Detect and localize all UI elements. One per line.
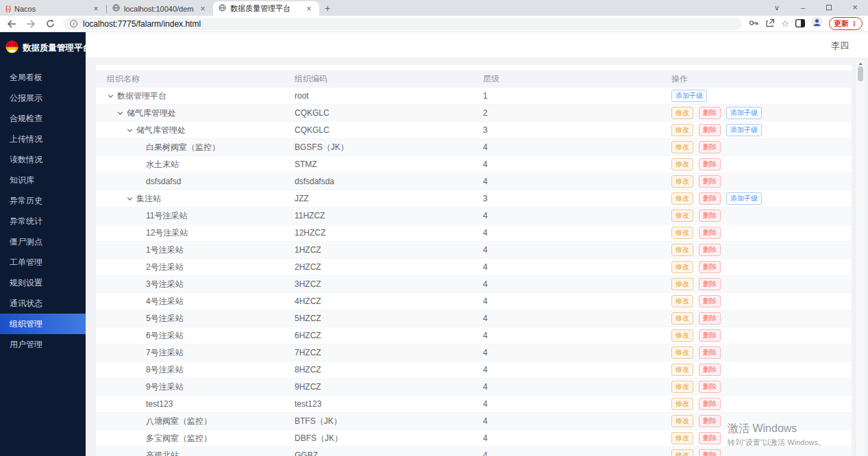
sidebar-item-4[interactable]: 上传情况 bbox=[0, 129, 86, 149]
delete-button[interactable]: 删除 bbox=[699, 329, 721, 342]
modify-button[interactable]: 修改 bbox=[671, 261, 693, 273]
modify-button[interactable]: 修改 bbox=[671, 432, 693, 444]
expand-chevron-down-icon[interactable] bbox=[126, 194, 134, 203]
modify-button[interactable]: 修改 bbox=[671, 192, 693, 205]
modify-button[interactable]: 修改 bbox=[671, 244, 693, 256]
row-actions-cell: 修改删除 bbox=[671, 261, 852, 273]
modify-button[interactable]: 修改 bbox=[671, 278, 693, 290]
sidebar-item-8[interactable]: 异常统计 bbox=[0, 211, 86, 231]
close-window-button[interactable]: × bbox=[842, 0, 868, 16]
modify-button[interactable]: 修改 bbox=[671, 107, 693, 119]
expand-chevron-down-icon[interactable] bbox=[116, 109, 125, 117]
browser-tab-1[interactable]: (-)Nacos× bbox=[0, 1, 106, 16]
sidebar-item-14[interactable]: 用户管理 bbox=[0, 334, 86, 355]
table-row: 储气库管理处CQKGLC3修改删除添加子级 bbox=[96, 122, 852, 139]
browser-menu-icon[interactable]: ⋮ bbox=[851, 20, 858, 27]
table-scrollbar[interactable] bbox=[855, 60, 865, 456]
side-panel-icon[interactable] bbox=[795, 18, 805, 30]
tab-close-icon[interactable]: × bbox=[91, 4, 101, 14]
delete-button[interactable]: 删除 bbox=[699, 312, 721, 325]
delete-button[interactable]: 删除 bbox=[699, 295, 721, 307]
delete-button[interactable]: 删除 bbox=[699, 364, 721, 376]
delete-button[interactable]: 删除 bbox=[699, 398, 721, 410]
sidebar-item-6[interactable]: 知识库 bbox=[0, 170, 86, 190]
delete-button[interactable]: 删除 bbox=[699, 346, 721, 359]
profile-avatar-icon[interactable] bbox=[811, 16, 823, 31]
table-row: 集注站JZZ3修改删除添加子级 bbox=[96, 190, 852, 207]
sidebar-item-5[interactable]: 读数情况 bbox=[0, 149, 86, 170]
modify-button[interactable]: 修改 bbox=[671, 210, 693, 222]
modify-button[interactable]: 修改 bbox=[671, 312, 693, 325]
delete-button[interactable]: 删除 bbox=[699, 244, 721, 256]
modify-button[interactable]: 修改 bbox=[671, 329, 693, 342]
table-row: 1号注采站1HZCZ4修改删除 bbox=[96, 242, 852, 259]
delete-button[interactable]: 删除 bbox=[699, 192, 721, 205]
minimize-button[interactable]: – bbox=[790, 0, 816, 16]
modify-button[interactable]: 修改 bbox=[671, 346, 693, 359]
globe-favicon-icon bbox=[112, 4, 120, 13]
modify-button[interactable]: 修改 bbox=[671, 381, 693, 393]
delete-button[interactable]: 删除 bbox=[699, 124, 721, 136]
add-child-button[interactable]: 添加子级 bbox=[726, 124, 762, 136]
expand-chevron-down-icon[interactable] bbox=[126, 126, 134, 134]
delete-button[interactable]: 删除 bbox=[699, 381, 721, 393]
sidebar-item-9[interactable]: 僵尸测点 bbox=[0, 231, 86, 252]
sidebar-item-11[interactable]: 规则设置 bbox=[0, 273, 86, 293]
address-bar[interactable]: i localhost:7775/falarm/index.html bbox=[63, 18, 742, 30]
share-icon[interactable] bbox=[765, 18, 775, 30]
delete-button[interactable]: 删除 bbox=[699, 210, 721, 222]
password-key-icon[interactable] bbox=[749, 18, 759, 30]
delete-button[interactable]: 删除 bbox=[699, 175, 721, 188]
delete-button[interactable]: 删除 bbox=[699, 227, 721, 239]
modify-button[interactable]: 修改 bbox=[671, 124, 693, 136]
delete-button[interactable]: 删除 bbox=[699, 415, 721, 427]
chrome-update-button[interactable]: 更新 ⋮ bbox=[829, 17, 863, 30]
back-button[interactable] bbox=[5, 18, 18, 29]
sidebar-item-2[interactable]: 公报展示 bbox=[0, 88, 86, 108]
delete-button[interactable]: 删除 bbox=[699, 278, 721, 290]
scrollbar-up-arrow-icon[interactable] bbox=[858, 62, 863, 65]
delete-button[interactable]: 删除 bbox=[699, 261, 721, 273]
new-tab-button[interactable]: + bbox=[319, 1, 336, 16]
expand-chevron-down-icon[interactable] bbox=[107, 92, 115, 100]
tab-close-icon[interactable]: × bbox=[304, 4, 314, 14]
current-user[interactable]: 李四 bbox=[831, 40, 849, 52]
forward-button[interactable] bbox=[25, 18, 37, 29]
modify-button[interactable]: 修改 bbox=[671, 158, 693, 170]
org-code-cell: 6HZCZ bbox=[295, 331, 483, 340]
modify-button[interactable]: 修改 bbox=[671, 364, 693, 376]
page-info-icon[interactable]: i bbox=[70, 20, 77, 27]
add-child-button[interactable]: 添加子级 bbox=[671, 90, 707, 102]
sidebar-item-3[interactable]: 合规检查 bbox=[0, 108, 86, 129]
modify-button[interactable]: 修改 bbox=[671, 398, 693, 410]
restore-button[interactable] bbox=[816, 0, 842, 16]
delete-button[interactable]: 删除 bbox=[699, 432, 721, 444]
modify-button[interactable]: 修改 bbox=[671, 141, 693, 153]
org-code-cell: 5HZCZ bbox=[295, 314, 483, 323]
org-level-cell: 4 bbox=[483, 262, 671, 272]
delete-button[interactable]: 删除 bbox=[699, 158, 721, 170]
modify-button[interactable]: 修改 bbox=[671, 295, 693, 307]
tab-search-chevron-icon[interactable]: ∨ bbox=[764, 0, 790, 16]
sidebar-item-10[interactable]: 工单管理 bbox=[0, 252, 86, 273]
delete-button[interactable]: 删除 bbox=[699, 449, 721, 456]
sidebar-item-13[interactable]: 组织管理 bbox=[0, 314, 86, 334]
modify-button[interactable]: 修改 bbox=[671, 227, 693, 239]
tab-close-icon[interactable]: × bbox=[198, 4, 208, 14]
add-child-button[interactable]: 添加子级 bbox=[726, 107, 762, 119]
url-text[interactable]: localhost:7775/falarm/index.html bbox=[83, 19, 201, 29]
delete-button[interactable]: 删除 bbox=[699, 107, 721, 119]
reload-button[interactable] bbox=[44, 18, 56, 29]
browser-tab-2[interactable]: localhost:10040/demo/psjdb...× bbox=[107, 1, 213, 16]
modify-button[interactable]: 修改 bbox=[671, 449, 693, 456]
delete-button[interactable]: 删除 bbox=[699, 141, 721, 153]
scrollbar-thumb[interactable] bbox=[858, 66, 863, 81]
sidebar-item-1[interactable]: 全局看板 bbox=[0, 67, 86, 88]
modify-button[interactable]: 修改 bbox=[671, 175, 693, 188]
add-child-button[interactable]: 添加子级 bbox=[726, 192, 762, 205]
bookmark-star-icon[interactable]: ☆ bbox=[781, 18, 789, 29]
browser-tab-3[interactable]: 数据质量管理平台× bbox=[213, 1, 319, 16]
modify-button[interactable]: 修改 bbox=[671, 415, 693, 427]
sidebar-item-7[interactable]: 异常历史 bbox=[0, 190, 86, 211]
sidebar-item-12[interactable]: 通讯状态 bbox=[0, 293, 86, 314]
